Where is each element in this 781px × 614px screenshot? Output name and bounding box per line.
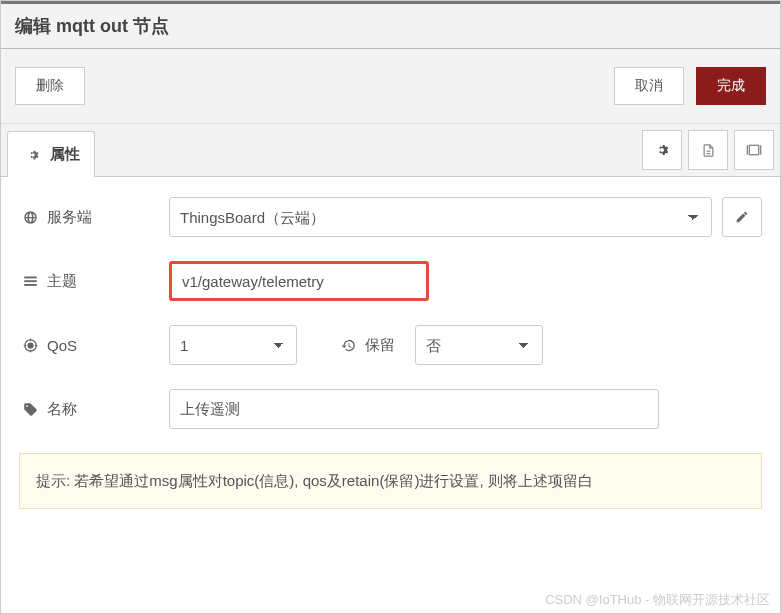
expand-icon-button[interactable] [734,130,774,170]
row-topic: 主题 [19,261,762,301]
svg-rect-6 [24,280,37,282]
document-icon-button[interactable] [688,130,728,170]
action-bar: 删除 取消 完成 [1,49,780,124]
svg-rect-2 [749,145,758,154]
server-label: 服务端 [47,208,92,227]
svg-rect-7 [24,284,37,286]
gear-icon-button[interactable] [642,130,682,170]
list-icon [19,275,41,288]
tag-icon [19,402,41,417]
svg-point-9 [28,343,33,348]
tab-label: 属性 [50,145,80,164]
tab-properties[interactable]: 属性 [7,131,95,177]
row-qos: QoS 1 保留 否 [19,325,762,365]
server-select[interactable]: ThingsBoard（云端） [169,197,712,237]
done-button[interactable]: 完成 [696,67,766,105]
row-server: 服务端 ThingsBoard（云端） [19,197,762,237]
topic-label: 主题 [47,272,77,291]
edit-server-button[interactable] [722,197,762,237]
watermark: CSDN @IoTHub - 物联网开源技术社区 [545,591,770,609]
globe-icon [19,210,41,225]
dialog-header: 编辑 mqtt out 节点 [1,1,780,49]
hint-box: 提示: 若希望通过msg属性对topic(信息), qos及retain(保留)… [19,453,762,509]
retain-label: 保留 [365,336,395,355]
delete-button[interactable]: 删除 [15,67,85,105]
form-body: 服务端 ThingsBoard（云端） 主题 QoS 1 [1,177,780,529]
tab-bar: 属性 [1,124,780,177]
name-label: 名称 [47,400,77,419]
name-input[interactable] [169,389,659,429]
svg-rect-5 [24,276,37,278]
row-name: 名称 [19,389,762,429]
history-icon [337,338,359,353]
gear-icon [22,148,44,162]
qos-select[interactable]: 1 [169,325,297,365]
dialog-title: 编辑 mqtt out 节点 [15,14,169,38]
cancel-button[interactable]: 取消 [614,67,684,105]
qos-label: QoS [47,337,77,354]
target-icon [19,338,41,353]
retain-select[interactable]: 否 [415,325,543,365]
topic-input[interactable] [169,261,429,301]
